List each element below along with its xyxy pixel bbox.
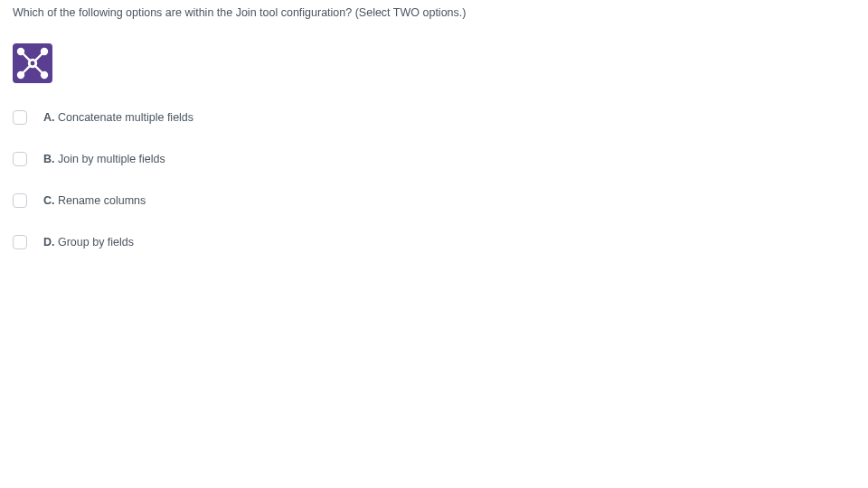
svg-line-7 [36,54,42,60]
question-text: Which of the following options are withi… [13,5,855,22]
option-c-text: Rename columns [58,194,146,207]
option-d-checkbox[interactable] [13,235,27,249]
option-a-text: Concatenate multiple fields [58,111,193,124]
option-b-label: B. Join by multiple fields [43,153,165,165]
svg-line-8 [24,66,29,71]
option-d-letter: D. [43,236,55,249]
join-tool-icon [13,43,52,83]
option-a-letter: A. [43,111,55,124]
option-d: D. Group by fields [13,235,855,249]
option-d-text: Group by fields [58,236,134,249]
option-a-label: A. Concatenate multiple fields [43,111,193,124]
svg-line-9 [36,66,42,71]
svg-point-1 [31,61,35,65]
join-tool-glyph [13,43,52,83]
option-b: B. Join by multiple fields [13,152,855,166]
option-c-letter: C. [43,194,55,207]
option-a-checkbox[interactable] [13,110,27,125]
option-b-text: Join by multiple fields [58,153,165,165]
option-c: C. Rename columns [13,193,855,208]
option-c-label: C. Rename columns [43,194,146,207]
option-b-checkbox[interactable] [13,152,27,166]
option-b-letter: B. [43,153,55,165]
option-a: A. Concatenate multiple fields [13,110,855,125]
options-list: A. Concatenate multiple fields B. Join b… [13,110,855,249]
option-d-label: D. Group by fields [43,236,134,249]
svg-line-6 [24,54,29,60]
option-c-checkbox[interactable] [13,193,27,208]
question-block: Which of the following options are withi… [0,0,868,255]
